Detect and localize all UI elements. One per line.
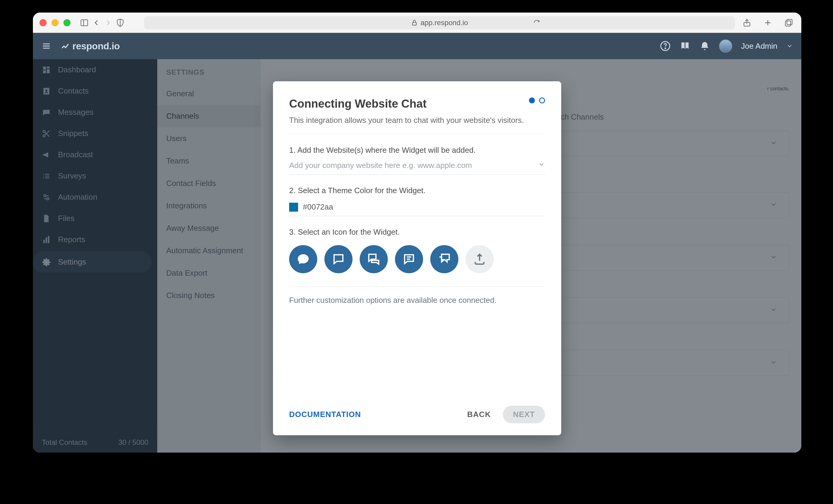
- avatar[interactable]: [719, 40, 732, 53]
- step-dot-inactive: [539, 97, 545, 103]
- brand-logo[interactable]: respond.io: [61, 41, 120, 52]
- svg-rect-0: [81, 20, 88, 26]
- docs-icon[interactable]: [680, 41, 690, 51]
- browser-window: app.respond.io respond.io Joe Admin: [33, 13, 801, 453]
- close-window-button[interactable]: [40, 19, 47, 26]
- step-dot-active: [529, 97, 535, 103]
- username-label: Joe Admin: [741, 42, 777, 51]
- share-button[interactable]: [741, 17, 753, 29]
- website-input-placeholder: Add your company website here e.g. www.a…: [289, 161, 472, 170]
- widget-icon-chat-lines[interactable]: [395, 245, 423, 273]
- minimize-window-button[interactable]: [51, 19, 58, 26]
- step1-label: 1. Add the Website(s) where the Widget w…: [289, 146, 545, 155]
- chat-multi-icon: [438, 253, 451, 266]
- modal-title: Connecting Website Chat: [289, 97, 427, 110]
- svg-rect-6: [787, 19, 792, 25]
- user-menu-chevron-icon[interactable]: [786, 43, 793, 49]
- further-customization-text: Further customization options are availa…: [289, 296, 545, 305]
- color-value: #0072aa: [303, 202, 333, 212]
- chevron-down-icon: [538, 161, 545, 168]
- brand-text: respond.io: [72, 41, 120, 52]
- forward-button[interactable]: [102, 17, 114, 29]
- back-button[interactable]: BACK: [467, 410, 491, 419]
- app-header: respond.io Joe Admin: [33, 33, 801, 59]
- address-bar[interactable]: app.respond.io: [144, 16, 735, 29]
- window-controls: [40, 19, 71, 26]
- browser-chrome: app.respond.io: [33, 13, 801, 33]
- chat-qa-icon: [367, 253, 380, 266]
- back-button[interactable]: [90, 17, 102, 29]
- widget-icon-chat-qa[interactable]: [360, 245, 388, 273]
- hamburger-menu-icon[interactable]: [41, 41, 51, 51]
- maximize-window-button[interactable]: [63, 19, 71, 26]
- step3-label: 3. Select an Icon for the Widget.: [289, 227, 545, 237]
- step-indicator: [529, 97, 545, 103]
- widget-icon-chat-multi[interactable]: [430, 245, 458, 273]
- modal-subtitle: This integration allows your team to cha…: [289, 116, 545, 134]
- step2-label: 2. Select a Theme Color for the Widget.: [289, 186, 545, 195]
- shield-icon[interactable]: [114, 17, 126, 29]
- widget-icon-chat-outline[interactable]: [325, 245, 353, 273]
- svg-point-12: [665, 48, 665, 48]
- documentation-link[interactable]: DOCUMENTATION: [289, 410, 361, 419]
- lock-icon: [411, 19, 418, 26]
- help-icon[interactable]: [660, 41, 671, 51]
- widget-icon-upload[interactable]: [466, 245, 494, 273]
- new-tab-button[interactable]: [762, 17, 774, 29]
- next-button[interactable]: NEXT: [503, 406, 545, 423]
- theme-color-picker[interactable]: #0072aa: [289, 202, 545, 216]
- tabs-overview-button[interactable]: [783, 17, 795, 29]
- refresh-icon[interactable]: [533, 19, 540, 26]
- svg-rect-2: [412, 22, 416, 25]
- widget-icon-chat-solid[interactable]: [289, 245, 317, 273]
- bell-icon[interactable]: [699, 41, 710, 51]
- connect-website-chat-modal: Connecting Website Chat This integration…: [273, 81, 561, 435]
- chat-lines-icon: [402, 253, 415, 266]
- chat-solid-icon: [296, 253, 310, 266]
- chat-outline-icon: [332, 253, 345, 266]
- url-text: app.respond.io: [421, 19, 468, 27]
- sidebar-toggle-button[interactable]: [78, 17, 90, 29]
- upload-icon: [473, 253, 486, 266]
- color-swatch: [289, 203, 298, 212]
- svg-rect-7: [785, 21, 791, 26]
- website-input[interactable]: Add your company website here e.g. www.a…: [289, 161, 545, 174]
- logo-mark-icon: [61, 41, 70, 51]
